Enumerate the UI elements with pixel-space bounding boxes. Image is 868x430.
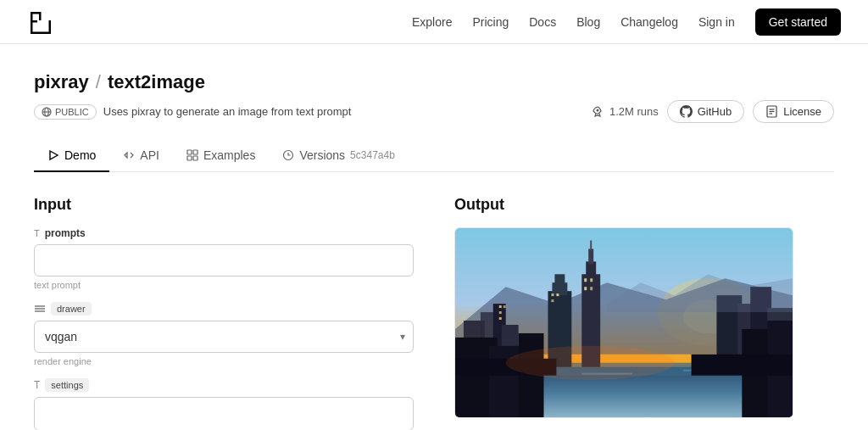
license-icon bbox=[765, 105, 778, 118]
nav-docs[interactable]: Docs bbox=[529, 15, 556, 29]
svg-rect-18 bbox=[193, 156, 198, 160]
model-description: Uses pixray to generate an image from te… bbox=[103, 105, 352, 118]
globe-icon bbox=[42, 107, 52, 117]
api-icon bbox=[123, 149, 135, 161]
tab-api[interactable]: API bbox=[109, 140, 173, 172]
runs-count: 1.2M runs bbox=[591, 105, 659, 119]
tab-versions[interactable]: Versions 5c347a4b bbox=[269, 140, 408, 172]
settings-type-indicator: T bbox=[34, 379, 40, 391]
svg-rect-59 bbox=[556, 293, 559, 296]
main-content: pixray / text2image PUBLIC Uses pixray t… bbox=[0, 44, 868, 430]
svg-rect-56 bbox=[499, 311, 502, 314]
svg-rect-64 bbox=[590, 287, 593, 290]
model-meta-row: PUBLIC Uses pixray to generate an image … bbox=[34, 100, 834, 123]
drawer-icon bbox=[34, 303, 46, 315]
drawer-sublabel: render engine bbox=[34, 356, 414, 366]
input-title: Input bbox=[34, 196, 414, 214]
prompts-field-name: prompts bbox=[45, 227, 86, 239]
logo[interactable] bbox=[27, 8, 54, 36]
svg-rect-63 bbox=[584, 287, 587, 290]
svg-rect-39 bbox=[590, 240, 592, 250]
nav-signin[interactable]: Sign in bbox=[698, 15, 735, 29]
breadcrumb: pixray / text2image bbox=[34, 71, 834, 93]
license-button[interactable]: License bbox=[753, 100, 834, 123]
breadcrumb-separator: / bbox=[96, 71, 101, 93]
runs-count-text: 1.2M runs bbox=[609, 105, 659, 118]
settings-badge: settings bbox=[45, 378, 89, 392]
svg-rect-61 bbox=[584, 278, 587, 282]
svg-rect-5 bbox=[49, 20, 52, 34]
content-area: Input T prompts Manhattan skyline at sun… bbox=[34, 196, 834, 430]
nav: Explore Pricing Docs Blog Changelog Sign… bbox=[412, 8, 841, 36]
settings-input[interactable] bbox=[34, 397, 414, 430]
visibility-badge: PUBLIC bbox=[34, 104, 97, 120]
svg-rect-53 bbox=[692, 355, 793, 376]
get-started-button[interactable]: Get started bbox=[755, 8, 841, 36]
visibility-label: PUBLIC bbox=[55, 107, 89, 117]
svg-rect-38 bbox=[588, 249, 593, 264]
svg-rect-16 bbox=[193, 150, 198, 154]
tabs: Demo API Examples Versions 5c347 bbox=[34, 140, 834, 172]
prompts-input[interactable]: Manhattan skyline at sunset. #artstation… bbox=[34, 244, 414, 276]
svg-rect-17 bbox=[187, 156, 192, 160]
github-icon bbox=[680, 105, 693, 118]
svg-rect-4 bbox=[31, 31, 51, 34]
nav-changelog[interactable]: Changelog bbox=[620, 15, 678, 29]
drawer-badge: drawer bbox=[51, 302, 92, 316]
svg-rect-15 bbox=[187, 150, 192, 154]
svg-point-65 bbox=[506, 346, 675, 380]
nav-blog[interactable]: Blog bbox=[576, 15, 600, 29]
tab-versions-badge: 5c347a4b bbox=[350, 149, 395, 161]
model-meta-left: PUBLIC Uses pixray to generate an image … bbox=[34, 104, 351, 120]
prompts-type-indicator: T bbox=[34, 228, 40, 238]
svg-rect-37 bbox=[586, 261, 596, 278]
svg-rect-55 bbox=[504, 305, 506, 308]
header: Explore Pricing Docs Blog Changelog Sign… bbox=[0, 0, 868, 44]
svg-point-9 bbox=[596, 109, 598, 111]
examples-icon bbox=[186, 149, 198, 161]
svg-rect-60 bbox=[551, 299, 554, 302]
prompts-label-row: T prompts bbox=[34, 227, 414, 239]
nav-explore[interactable]: Explore bbox=[412, 15, 452, 29]
tab-versions-label: Versions bbox=[299, 148, 345, 162]
tab-api-label: API bbox=[140, 148, 159, 162]
model-meta-right: 1.2M runs GitHub License bbox=[591, 100, 834, 123]
output-title: Output bbox=[454, 196, 834, 214]
play-icon bbox=[47, 149, 59, 161]
svg-rect-42 bbox=[554, 274, 565, 284]
svg-rect-54 bbox=[499, 305, 502, 308]
svg-rect-57 bbox=[499, 317, 502, 320]
breadcrumb-model[interactable]: text2image bbox=[108, 71, 205, 93]
svg-rect-3 bbox=[39, 12, 42, 20]
settings-label-row: T settings bbox=[34, 378, 414, 392]
drawer-select[interactable]: vqgan pixel clipdraw line_sketch bbox=[34, 321, 414, 353]
github-button[interactable]: GitHub bbox=[667, 100, 744, 123]
tab-examples[interactable]: Examples bbox=[173, 140, 269, 172]
tab-examples-label: Examples bbox=[203, 148, 255, 162]
rocket-icon bbox=[591, 105, 604, 119]
output-image bbox=[454, 227, 793, 418]
license-label: License bbox=[783, 105, 821, 118]
breadcrumb-owner[interactable]: pixray bbox=[34, 71, 89, 93]
svg-rect-2 bbox=[31, 20, 37, 23]
svg-rect-58 bbox=[551, 293, 554, 296]
input-panel: Input T prompts Manhattan skyline at sun… bbox=[34, 196, 414, 430]
versions-icon bbox=[282, 149, 294, 161]
svg-rect-62 bbox=[590, 278, 593, 282]
tab-demo-label: Demo bbox=[64, 148, 96, 162]
drawer-label-row: drawer bbox=[34, 302, 414, 316]
nav-pricing[interactable]: Pricing bbox=[472, 15, 509, 29]
drawer-select-wrapper: vqgan pixel clipdraw line_sketch ▾ bbox=[34, 321, 414, 353]
prompts-sublabel: text prompt bbox=[34, 280, 414, 290]
github-label: GitHub bbox=[698, 105, 732, 118]
tab-demo[interactable]: Demo bbox=[34, 140, 109, 172]
svg-rect-41 bbox=[552, 282, 567, 295]
svg-marker-14 bbox=[50, 151, 58, 159]
output-panel: Output bbox=[454, 196, 834, 430]
